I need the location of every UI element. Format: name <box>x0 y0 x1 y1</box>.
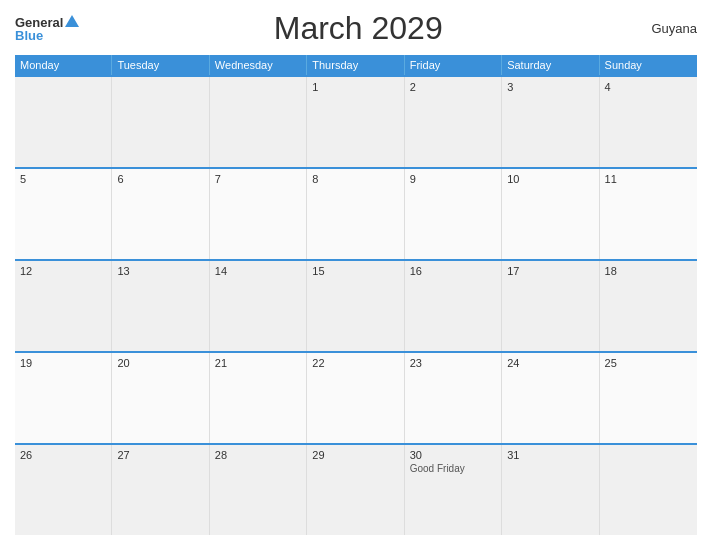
day-number: 20 <box>117 357 129 369</box>
logo-triangle-icon <box>65 15 79 27</box>
day-cell: 9 <box>405 169 502 259</box>
weeks-container: 1234567891011121314151617181920212223242… <box>15 75 697 535</box>
logo: General Blue <box>15 15 79 43</box>
day-number: 26 <box>20 449 32 461</box>
day-number: 22 <box>312 357 324 369</box>
day-cell: 8 <box>307 169 404 259</box>
day-number: 28 <box>215 449 227 461</box>
day-number: 12 <box>20 265 32 277</box>
day-cell: 18 <box>600 261 697 351</box>
day-cell: 20 <box>112 353 209 443</box>
day-number: 31 <box>507 449 519 461</box>
week-row: 19202122232425 <box>15 351 697 443</box>
day-number: 30 <box>410 449 422 461</box>
day-number: 25 <box>605 357 617 369</box>
day-cell: 5 <box>15 169 112 259</box>
day-cell <box>600 445 697 535</box>
day-cell <box>15 77 112 167</box>
day-cell: 2 <box>405 77 502 167</box>
week-row: 1234 <box>15 75 697 167</box>
day-number: 6 <box>117 173 123 185</box>
day-event: Good Friday <box>410 463 465 474</box>
header: General Blue March 2029 Guyana <box>15 10 697 47</box>
day-number: 24 <box>507 357 519 369</box>
header-sunday: Sunday <box>600 55 697 75</box>
day-number: 15 <box>312 265 324 277</box>
day-cell: 28 <box>210 445 307 535</box>
day-number: 5 <box>20 173 26 185</box>
day-number: 9 <box>410 173 416 185</box>
day-cell: 19 <box>15 353 112 443</box>
day-number: 3 <box>507 81 513 93</box>
logo-blue-text: Blue <box>15 28 43 43</box>
day-cell: 16 <box>405 261 502 351</box>
day-number: 1 <box>312 81 318 93</box>
day-cell: 14 <box>210 261 307 351</box>
day-cell: 21 <box>210 353 307 443</box>
day-number: 4 <box>605 81 611 93</box>
day-number: 21 <box>215 357 227 369</box>
day-cell: 1 <box>307 77 404 167</box>
day-cell: 7 <box>210 169 307 259</box>
day-number: 11 <box>605 173 617 185</box>
header-thursday: Thursday <box>307 55 404 75</box>
day-number: 7 <box>215 173 221 185</box>
day-number: 17 <box>507 265 519 277</box>
header-wednesday: Wednesday <box>210 55 307 75</box>
day-number: 29 <box>312 449 324 461</box>
week-row: 2627282930Good Friday31 <box>15 443 697 535</box>
day-cell: 4 <box>600 77 697 167</box>
day-cell: 11 <box>600 169 697 259</box>
day-number: 23 <box>410 357 422 369</box>
day-headers-row: Monday Tuesday Wednesday Thursday Friday… <box>15 55 697 75</box>
calendar-page: General Blue March 2029 Guyana Monday Tu… <box>0 0 712 550</box>
day-cell <box>112 77 209 167</box>
day-cell: 27 <box>112 445 209 535</box>
day-cell: 31 <box>502 445 599 535</box>
header-monday: Monday <box>15 55 112 75</box>
day-number: 19 <box>20 357 32 369</box>
day-cell: 3 <box>502 77 599 167</box>
day-cell: 23 <box>405 353 502 443</box>
day-number: 16 <box>410 265 422 277</box>
day-cell: 15 <box>307 261 404 351</box>
day-cell: 10 <box>502 169 599 259</box>
day-cell: 26 <box>15 445 112 535</box>
day-cell: 6 <box>112 169 209 259</box>
header-tuesday: Tuesday <box>112 55 209 75</box>
header-saturday: Saturday <box>502 55 599 75</box>
day-number: 13 <box>117 265 129 277</box>
day-cell: 29 <box>307 445 404 535</box>
day-cell: 17 <box>502 261 599 351</box>
day-number: 8 <box>312 173 318 185</box>
day-cell: 24 <box>502 353 599 443</box>
day-cell: 13 <box>112 261 209 351</box>
header-friday: Friday <box>405 55 502 75</box>
week-row: 567891011 <box>15 167 697 259</box>
day-number: 10 <box>507 173 519 185</box>
day-number: 2 <box>410 81 416 93</box>
country-label: Guyana <box>637 21 697 36</box>
day-cell: 12 <box>15 261 112 351</box>
day-number: 18 <box>605 265 617 277</box>
day-number: 27 <box>117 449 129 461</box>
calendar-grid: Monday Tuesday Wednesday Thursday Friday… <box>15 55 697 535</box>
day-cell: 30Good Friday <box>405 445 502 535</box>
day-number: 14 <box>215 265 227 277</box>
day-cell <box>210 77 307 167</box>
week-row: 12131415161718 <box>15 259 697 351</box>
day-cell: 25 <box>600 353 697 443</box>
day-cell: 22 <box>307 353 404 443</box>
calendar-title: March 2029 <box>79 10 637 47</box>
